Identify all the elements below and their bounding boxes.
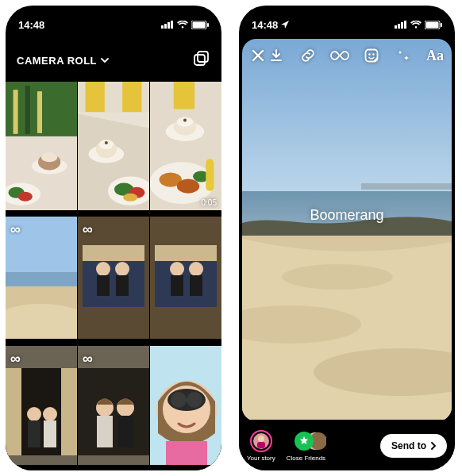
svg-rect-50 <box>83 245 144 261</box>
svg-rect-5 <box>193 21 206 28</box>
svg-rect-64 <box>6 368 21 455</box>
link-icon <box>300 48 316 63</box>
status-bar: 14:48 <box>6 6 221 36</box>
battery-icon <box>191 21 209 29</box>
svg-rect-65 <box>61 368 77 455</box>
sticker-icon <box>364 48 379 63</box>
svg-point-99 <box>372 53 374 55</box>
svg-rect-69 <box>44 420 56 447</box>
svg-rect-23 <box>122 82 141 112</box>
status-icons <box>161 21 209 29</box>
photo-thumbnail <box>150 346 221 465</box>
svg-rect-84 <box>398 24 400 29</box>
grid-cell[interactable] <box>78 82 149 210</box>
wifi-icon <box>177 21 188 29</box>
svg-rect-1 <box>164 24 167 29</box>
svg-rect-7 <box>198 52 208 62</box>
grid-cell[interactable]: ∞ <box>6 217 77 339</box>
story-toolbar: Aa <box>242 39 452 66</box>
grid-cell[interactable] <box>150 217 221 339</box>
svg-rect-54 <box>116 275 129 296</box>
svg-point-58 <box>170 262 184 276</box>
text-tool-glyph: Aa <box>426 48 444 64</box>
svg-rect-103 <box>257 442 265 448</box>
svg-rect-86 <box>404 21 406 29</box>
svg-rect-6 <box>207 23 209 27</box>
svg-point-47 <box>6 304 77 339</box>
grid-cell[interactable] <box>6 82 77 210</box>
svg-rect-43 <box>206 159 214 191</box>
boomerang-icon: ∞ <box>83 351 93 367</box>
svg-point-66 <box>27 407 41 421</box>
svg-rect-89 <box>441 23 442 27</box>
svg-point-60 <box>189 262 203 276</box>
svg-rect-71 <box>78 368 149 455</box>
svg-rect-91 <box>361 183 452 190</box>
svg-point-27 <box>99 140 114 149</box>
svg-point-41 <box>177 179 199 194</box>
grid-cell[interactable]: ∞ <box>6 346 77 465</box>
svg-rect-0 <box>161 25 164 29</box>
location-arrow-icon <box>281 21 289 29</box>
grid-cell[interactable]: ∞ <box>78 217 149 339</box>
cellular-icon <box>395 21 407 29</box>
photo-thumbnail <box>78 82 149 210</box>
svg-point-51 <box>96 262 110 276</box>
svg-rect-52 <box>97 275 110 296</box>
share-close-friends[interactable]: Close Friends <box>287 430 325 462</box>
svg-rect-13 <box>37 91 42 133</box>
send-to-label: Send to <box>391 440 426 451</box>
share-your-story[interactable]: Your story <box>247 430 275 462</box>
svg-point-20 <box>18 192 33 202</box>
close-button[interactable] <box>250 45 266 66</box>
boomerang-button[interactable] <box>329 45 350 66</box>
photo-thumbnail <box>6 82 77 210</box>
svg-rect-67 <box>28 420 40 447</box>
story-footer: Your story Close Friends Send to <box>239 421 455 470</box>
sticker-button[interactable] <box>361 45 382 66</box>
sparkle-icon <box>395 48 411 63</box>
status-icons <box>395 21 442 29</box>
svg-point-68 <box>43 407 57 421</box>
svg-rect-12 <box>25 86 30 134</box>
svg-rect-88 <box>426 21 439 28</box>
svg-rect-34 <box>174 82 194 109</box>
svg-rect-75 <box>117 416 133 447</box>
link-button[interactable] <box>298 45 318 66</box>
grid-cell[interactable] <box>150 346 221 465</box>
cellular-icon <box>161 21 174 29</box>
boomerang-icon: ∞ <box>83 221 93 238</box>
download-button[interactable] <box>266 45 287 66</box>
svg-rect-57 <box>155 245 217 261</box>
send-to-button[interactable]: Send to <box>380 434 447 458</box>
video-duration-badge: 0:05 <box>202 198 217 207</box>
svg-rect-11 <box>13 90 18 134</box>
multi-select-button[interactable] <box>193 50 210 71</box>
wifi-icon <box>410 21 422 29</box>
close-friends-avatar <box>295 430 317 452</box>
grid-cell[interactable]: ∞ <box>78 346 149 465</box>
svg-rect-82 <box>166 441 207 465</box>
grid-cell[interactable]: 0:05 <box>150 82 221 210</box>
status-time: 14:48 <box>252 19 289 31</box>
story-canvas[interactable]: Aa Boomerang <box>242 39 452 421</box>
svg-point-81 <box>187 392 202 408</box>
effects-button[interactable] <box>393 45 414 66</box>
text-button[interactable]: Aa <box>425 45 445 66</box>
svg-point-32 <box>123 194 137 202</box>
photo-thumbnail <box>150 82 221 210</box>
infinity-icon <box>330 48 349 63</box>
chevron-down-icon <box>100 56 110 65</box>
status-time: 14:48 <box>18 19 44 31</box>
camera-roll-header: CAMERA ROLL <box>6 36 221 82</box>
svg-point-96 <box>282 264 393 290</box>
album-dropdown[interactable]: CAMERA ROLL <box>17 55 110 67</box>
share-target-label: Close Friends <box>287 455 325 462</box>
svg-rect-73 <box>97 416 113 447</box>
svg-rect-83 <box>395 25 397 29</box>
battery-icon <box>425 21 442 29</box>
your-story-avatar <box>250 430 272 452</box>
close-icon <box>250 48 266 63</box>
svg-point-28 <box>105 141 108 144</box>
photo-thumbnail <box>150 217 221 339</box>
